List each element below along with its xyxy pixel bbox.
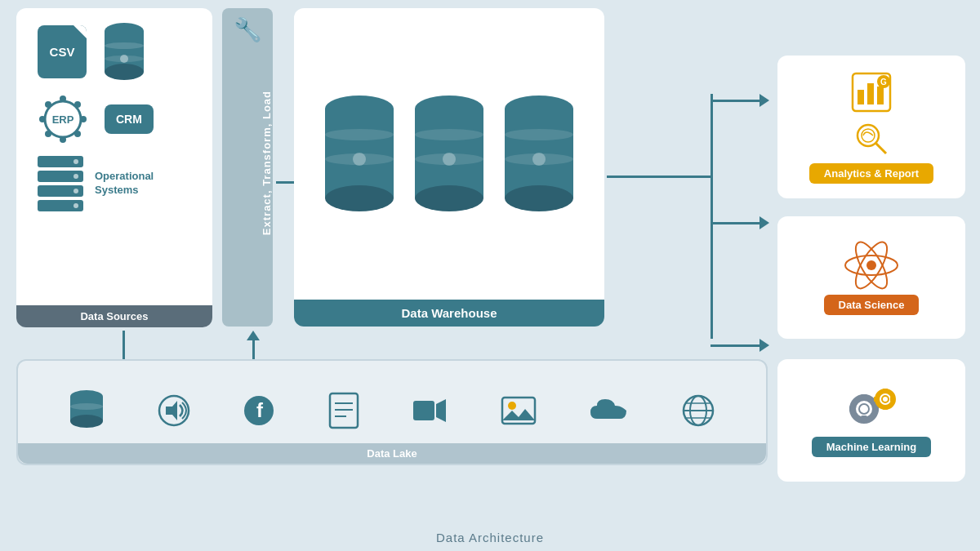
machine-learning-label: Machine Learning	[812, 437, 932, 457]
data-sources-panel: CSV	[16, 8, 212, 327]
svg-rect-74	[872, 406, 879, 412]
data-warehouse-label: Data Warehouse	[294, 300, 604, 327]
svg-point-9	[39, 116, 46, 122]
ops-row: Operational Systems	[29, 156, 199, 211]
svg-rect-77	[883, 389, 888, 393]
tools-icon: 🔧	[234, 16, 262, 43]
atom-icon	[843, 241, 900, 290]
crm-icon: CRM	[105, 104, 154, 134]
image-icon	[501, 396, 537, 429]
svg-line-63	[875, 143, 886, 153]
etl-label: Extract, Transform, Load	[261, 82, 273, 243]
erp-icon: ERP	[38, 94, 88, 144]
svg-rect-71	[861, 394, 867, 401]
source-row-2: ERP CRM	[29, 94, 199, 144]
database-icon	[103, 21, 145, 82]
data-lake-panel: f	[16, 359, 768, 465]
svg-point-27	[443, 153, 456, 166]
analytics-panel: G Analytics & Report	[777, 56, 965, 198]
svg-point-10	[80, 116, 87, 122]
svg-point-2	[105, 64, 144, 80]
svg-marker-39	[166, 401, 177, 420]
audio-icon	[158, 394, 190, 430]
data-warehouse-panel: Data Warehouse	[294, 8, 604, 327]
dw-cylinder-2	[412, 94, 486, 224]
machine-learning-panel: Machine Learning	[777, 359, 965, 482]
to-analytics-arrow	[710, 94, 769, 107]
to-datascience-arrow	[710, 216, 769, 229]
dw-cylinder-3	[502, 94, 576, 224]
svg-rect-72	[861, 415, 867, 422]
svg-point-24	[415, 185, 483, 211]
gears-icon	[843, 384, 900, 432]
svg-text:G: G	[880, 78, 887, 87]
svg-marker-50	[502, 409, 535, 420]
svg-point-36	[70, 415, 103, 428]
svg-rect-78	[883, 405, 888, 410]
csv-icon: CSV	[38, 25, 87, 78]
svg-point-12	[74, 101, 81, 108]
data-science-label: Data Science	[824, 295, 920, 315]
source-row-1: CSV	[29, 21, 199, 82]
data-lake-label: Data Lake	[18, 443, 766, 464]
globe-icon	[681, 393, 715, 431]
svg-rect-59	[877, 87, 884, 104]
dw-cylinder-1	[323, 94, 396, 224]
svg-point-18	[325, 185, 394, 211]
svg-point-13	[45, 131, 51, 137]
data-science-panel: Data Science	[777, 216, 965, 339]
svg-point-76	[882, 396, 889, 402]
svg-rect-79	[874, 397, 879, 402]
svg-rect-57	[858, 90, 864, 104]
svg-point-49	[508, 402, 516, 410]
svg-text:ERP: ERP	[52, 113, 74, 126]
analytics-icons: G	[849, 70, 893, 157]
svg-text:f: f	[256, 399, 264, 421]
cloud-icon	[589, 396, 628, 429]
dw-to-outputs-arrow	[607, 176, 713, 178]
svg-point-11	[45, 101, 51, 108]
svg-rect-58	[867, 83, 874, 104]
to-ml-arrow	[710, 339, 769, 352]
svg-point-33	[532, 153, 546, 166]
svg-point-14	[74, 131, 81, 137]
server-stack-icon	[38, 156, 83, 211]
svg-point-68	[866, 260, 876, 270]
operational-systems-label: Operational Systems	[95, 170, 199, 198]
svg-point-8	[60, 136, 66, 143]
svg-point-21	[353, 153, 366, 166]
svg-point-25	[415, 129, 483, 140]
data-sources-label: Data Sources	[16, 305, 212, 327]
analytics-label: Analytics & Report	[809, 163, 933, 184]
svg-rect-46	[413, 401, 434, 420]
etl-panel: 🔧 Extract, Transform, Load	[222, 8, 273, 327]
lake-db-icon	[69, 389, 105, 436]
svg-point-19	[325, 129, 394, 140]
dw-cylinders	[323, 94, 576, 224]
svg-point-3	[105, 42, 144, 49]
svg-point-5	[120, 55, 128, 63]
document-icon	[328, 392, 359, 433]
analytics-search-icon	[853, 121, 889, 157]
svg-point-70	[859, 404, 869, 414]
svg-point-7	[60, 96, 66, 102]
svg-point-37	[70, 403, 103, 410]
svg-marker-47	[436, 399, 446, 422]
svg-point-31	[505, 129, 573, 140]
svg-point-30	[505, 185, 573, 211]
report-icon: G	[849, 70, 893, 114]
svg-rect-73	[849, 406, 856, 412]
svg-rect-80	[890, 397, 895, 402]
page-title: Data Architecture	[436, 531, 544, 544]
video-icon	[412, 396, 448, 429]
facebook-icon: f	[243, 394, 275, 430]
